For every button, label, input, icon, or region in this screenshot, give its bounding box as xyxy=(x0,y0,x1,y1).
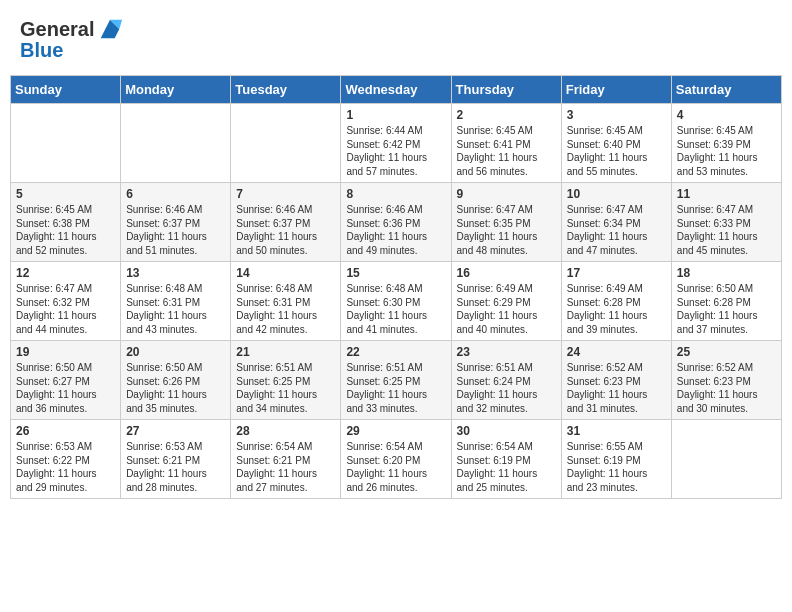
calendar-cell: 8Sunrise: 6:46 AM Sunset: 6:36 PM Daylig… xyxy=(341,183,451,262)
day-number: 24 xyxy=(567,345,666,359)
day-number: 2 xyxy=(457,108,556,122)
cell-info: Sunrise: 6:51 AM Sunset: 6:24 PM Dayligh… xyxy=(457,361,556,415)
day-number: 11 xyxy=(677,187,776,201)
calendar-cell: 14Sunrise: 6:48 AM Sunset: 6:31 PM Dayli… xyxy=(231,262,341,341)
day-header-wednesday: Wednesday xyxy=(341,76,451,104)
day-number: 16 xyxy=(457,266,556,280)
calendar-cell: 3Sunrise: 6:45 AM Sunset: 6:40 PM Daylig… xyxy=(561,104,671,183)
cell-info: Sunrise: 6:47 AM Sunset: 6:33 PM Dayligh… xyxy=(677,203,776,257)
day-number: 9 xyxy=(457,187,556,201)
day-number: 10 xyxy=(567,187,666,201)
day-header-friday: Friday xyxy=(561,76,671,104)
cell-info: Sunrise: 6:54 AM Sunset: 6:20 PM Dayligh… xyxy=(346,440,445,494)
calendar-cell: 1Sunrise: 6:44 AM Sunset: 6:42 PM Daylig… xyxy=(341,104,451,183)
cell-info: Sunrise: 6:55 AM Sunset: 6:19 PM Dayligh… xyxy=(567,440,666,494)
calendar-week-3: 12Sunrise: 6:47 AM Sunset: 6:32 PM Dayli… xyxy=(11,262,782,341)
day-number: 25 xyxy=(677,345,776,359)
calendar-cell: 7Sunrise: 6:46 AM Sunset: 6:37 PM Daylig… xyxy=(231,183,341,262)
cell-info: Sunrise: 6:50 AM Sunset: 6:26 PM Dayligh… xyxy=(126,361,225,415)
cell-info: Sunrise: 6:47 AM Sunset: 6:34 PM Dayligh… xyxy=(567,203,666,257)
calendar-cell: 18Sunrise: 6:50 AM Sunset: 6:28 PM Dayli… xyxy=(671,262,781,341)
calendar-cell: 29Sunrise: 6:54 AM Sunset: 6:20 PM Dayli… xyxy=(341,420,451,499)
day-number: 29 xyxy=(346,424,445,438)
calendar-cell: 30Sunrise: 6:54 AM Sunset: 6:19 PM Dayli… xyxy=(451,420,561,499)
cell-info: Sunrise: 6:50 AM Sunset: 6:27 PM Dayligh… xyxy=(16,361,115,415)
day-number: 8 xyxy=(346,187,445,201)
cell-info: Sunrise: 6:49 AM Sunset: 6:28 PM Dayligh… xyxy=(567,282,666,336)
calendar-cell xyxy=(11,104,121,183)
day-header-thursday: Thursday xyxy=(451,76,561,104)
cell-info: Sunrise: 6:46 AM Sunset: 6:37 PM Dayligh… xyxy=(236,203,335,257)
logo-general: General xyxy=(20,18,94,41)
calendar-header-row: SundayMondayTuesdayWednesdayThursdayFrid… xyxy=(11,76,782,104)
day-number: 5 xyxy=(16,187,115,201)
day-header-sunday: Sunday xyxy=(11,76,121,104)
calendar-cell: 9Sunrise: 6:47 AM Sunset: 6:35 PM Daylig… xyxy=(451,183,561,262)
day-number: 27 xyxy=(126,424,225,438)
day-header-monday: Monday xyxy=(121,76,231,104)
calendar-cell: 26Sunrise: 6:53 AM Sunset: 6:22 PM Dayli… xyxy=(11,420,121,499)
cell-info: Sunrise: 6:50 AM Sunset: 6:28 PM Dayligh… xyxy=(677,282,776,336)
cell-info: Sunrise: 6:49 AM Sunset: 6:29 PM Dayligh… xyxy=(457,282,556,336)
calendar-cell: 6Sunrise: 6:46 AM Sunset: 6:37 PM Daylig… xyxy=(121,183,231,262)
cell-info: Sunrise: 6:51 AM Sunset: 6:25 PM Dayligh… xyxy=(346,361,445,415)
calendar-table: SundayMondayTuesdayWednesdayThursdayFrid… xyxy=(10,75,782,499)
day-number: 17 xyxy=(567,266,666,280)
cell-info: Sunrise: 6:51 AM Sunset: 6:25 PM Dayligh… xyxy=(236,361,335,415)
day-number: 23 xyxy=(457,345,556,359)
calendar-week-1: 1Sunrise: 6:44 AM Sunset: 6:42 PM Daylig… xyxy=(11,104,782,183)
day-number: 1 xyxy=(346,108,445,122)
cell-info: Sunrise: 6:48 AM Sunset: 6:30 PM Dayligh… xyxy=(346,282,445,336)
cell-info: Sunrise: 6:48 AM Sunset: 6:31 PM Dayligh… xyxy=(236,282,335,336)
calendar-cell xyxy=(231,104,341,183)
logo-icon xyxy=(96,15,124,43)
cell-info: Sunrise: 6:47 AM Sunset: 6:35 PM Dayligh… xyxy=(457,203,556,257)
cell-info: Sunrise: 6:45 AM Sunset: 6:38 PM Dayligh… xyxy=(16,203,115,257)
calendar-cell: 20Sunrise: 6:50 AM Sunset: 6:26 PM Dayli… xyxy=(121,341,231,420)
day-number: 30 xyxy=(457,424,556,438)
calendar-cell: 31Sunrise: 6:55 AM Sunset: 6:19 PM Dayli… xyxy=(561,420,671,499)
cell-info: Sunrise: 6:52 AM Sunset: 6:23 PM Dayligh… xyxy=(677,361,776,415)
cell-info: Sunrise: 6:48 AM Sunset: 6:31 PM Dayligh… xyxy=(126,282,225,336)
calendar-cell: 17Sunrise: 6:49 AM Sunset: 6:28 PM Dayli… xyxy=(561,262,671,341)
calendar-cell: 28Sunrise: 6:54 AM Sunset: 6:21 PM Dayli… xyxy=(231,420,341,499)
cell-info: Sunrise: 6:47 AM Sunset: 6:32 PM Dayligh… xyxy=(16,282,115,336)
day-number: 3 xyxy=(567,108,666,122)
day-number: 18 xyxy=(677,266,776,280)
calendar-cell: 11Sunrise: 6:47 AM Sunset: 6:33 PM Dayli… xyxy=(671,183,781,262)
day-header-tuesday: Tuesday xyxy=(231,76,341,104)
day-number: 26 xyxy=(16,424,115,438)
calendar-cell: 19Sunrise: 6:50 AM Sunset: 6:27 PM Dayli… xyxy=(11,341,121,420)
day-header-saturday: Saturday xyxy=(671,76,781,104)
day-number: 21 xyxy=(236,345,335,359)
day-number: 13 xyxy=(126,266,225,280)
calendar-cell: 4Sunrise: 6:45 AM Sunset: 6:39 PM Daylig… xyxy=(671,104,781,183)
calendar-cell: 10Sunrise: 6:47 AM Sunset: 6:34 PM Dayli… xyxy=(561,183,671,262)
calendar-cell: 24Sunrise: 6:52 AM Sunset: 6:23 PM Dayli… xyxy=(561,341,671,420)
cell-info: Sunrise: 6:44 AM Sunset: 6:42 PM Dayligh… xyxy=(346,124,445,178)
cell-info: Sunrise: 6:45 AM Sunset: 6:40 PM Dayligh… xyxy=(567,124,666,178)
cell-info: Sunrise: 6:45 AM Sunset: 6:41 PM Dayligh… xyxy=(457,124,556,178)
day-number: 20 xyxy=(126,345,225,359)
day-number: 28 xyxy=(236,424,335,438)
cell-info: Sunrise: 6:52 AM Sunset: 6:23 PM Dayligh… xyxy=(567,361,666,415)
calendar-week-4: 19Sunrise: 6:50 AM Sunset: 6:27 PM Dayli… xyxy=(11,341,782,420)
day-number: 6 xyxy=(126,187,225,201)
cell-info: Sunrise: 6:46 AM Sunset: 6:37 PM Dayligh… xyxy=(126,203,225,257)
calendar-cell: 12Sunrise: 6:47 AM Sunset: 6:32 PM Dayli… xyxy=(11,262,121,341)
cell-info: Sunrise: 6:45 AM Sunset: 6:39 PM Dayligh… xyxy=(677,124,776,178)
calendar-cell: 25Sunrise: 6:52 AM Sunset: 6:23 PM Dayli… xyxy=(671,341,781,420)
calendar-cell: 2Sunrise: 6:45 AM Sunset: 6:41 PM Daylig… xyxy=(451,104,561,183)
calendar-cell: 27Sunrise: 6:53 AM Sunset: 6:21 PM Dayli… xyxy=(121,420,231,499)
day-number: 22 xyxy=(346,345,445,359)
calendar-cell: 15Sunrise: 6:48 AM Sunset: 6:30 PM Dayli… xyxy=(341,262,451,341)
day-number: 14 xyxy=(236,266,335,280)
calendar-cell: 13Sunrise: 6:48 AM Sunset: 6:31 PM Dayli… xyxy=(121,262,231,341)
cell-info: Sunrise: 6:46 AM Sunset: 6:36 PM Dayligh… xyxy=(346,203,445,257)
calendar-cell: 16Sunrise: 6:49 AM Sunset: 6:29 PM Dayli… xyxy=(451,262,561,341)
calendar-week-5: 26Sunrise: 6:53 AM Sunset: 6:22 PM Dayli… xyxy=(11,420,782,499)
cell-info: Sunrise: 6:54 AM Sunset: 6:21 PM Dayligh… xyxy=(236,440,335,494)
day-number: 4 xyxy=(677,108,776,122)
day-number: 19 xyxy=(16,345,115,359)
cell-info: Sunrise: 6:54 AM Sunset: 6:19 PM Dayligh… xyxy=(457,440,556,494)
